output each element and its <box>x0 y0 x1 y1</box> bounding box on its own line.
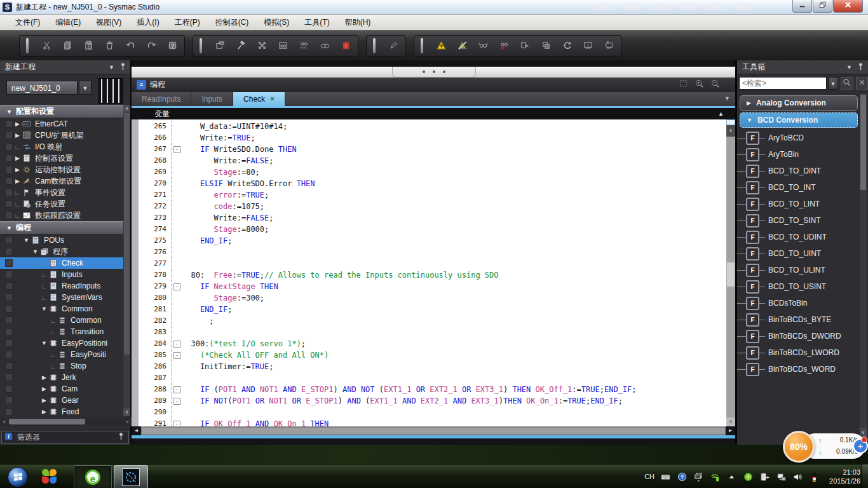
tree-item-Transition[interactable]: ∟Transition <box>0 326 130 337</box>
redo-icon[interactable] <box>146 40 157 51</box>
shield-360-icon[interactable] <box>743 471 754 482</box>
run-icon[interactable] <box>519 40 531 51</box>
toolbox-function-BCD_TO_DINT[interactable]: FBCD_TO_DINT <box>737 163 860 179</box>
cut-icon[interactable] <box>41 40 52 51</box>
taskbar-app-browser[interactable]: e <box>74 465 112 488</box>
fold-marker-icon[interactable]: - <box>172 338 182 349</box>
help-icon[interactable]: ? <box>166 40 178 51</box>
tree-item-Feed[interactable]: ▶Feed <box>0 406 130 417</box>
code-line-273[interactable]: 273 Write:=FALSE; <box>139 212 726 224</box>
code-line-290[interactable]: 290 <box>139 407 726 418</box>
tree-horizontal-scrollbar[interactable]: < > <box>0 417 132 426</box>
tab-check[interactable]: Check× <box>233 92 285 106</box>
toolbox-function-BCDsToBin[interactable]: FBCDsToBin <box>737 295 860 311</box>
clear-search-button[interactable] <box>856 77 868 90</box>
net-speed-widget[interactable]: ↑ 0.1K/s ↓ 0.09K/s 80% + <box>783 430 868 465</box>
code-line-270[interactable]: 270 ELSIF WriteSDO.Error THEN <box>139 178 726 189</box>
transfer-from-icon[interactable] <box>603 40 614 51</box>
code-line-266[interactable]: 266 Write:=TRUE; <box>139 132 726 144</box>
code-line-265[interactable]: 265 W_data:=UINT#10#14; <box>139 121 726 132</box>
stop-monitor-icon[interactable] <box>498 40 510 51</box>
scroll-thumb[interactable] <box>860 95 866 190</box>
tree-item-Common[interactable]: ∟Common <box>0 315 130 326</box>
toolbox-function-BCD_TO_USINT[interactable]: FBCD_TO_USINT <box>737 278 860 295</box>
tree-item-EasyPositi[interactable]: ∟EasyPositi <box>0 349 130 360</box>
volume-icon[interactable] <box>792 471 803 482</box>
scroll-thumb[interactable] <box>727 262 735 287</box>
toolbox-function-BCD_TO_ULINT[interactable]: FBCD_TO_ULINT <box>737 262 860 278</box>
expander-icon[interactable]: ▼ <box>39 340 49 346</box>
menu-item-2[interactable]: 编辑(E) <box>49 15 87 30</box>
expander-icon[interactable]: ▶ <box>39 386 49 392</box>
expander-icon[interactable]: ▶ <box>39 397 49 403</box>
toolbox-function-BCD_TO_SINT[interactable]: FBCD_TO_SINT <box>737 212 860 229</box>
search-dropdown-icon[interactable]: ▼ <box>828 77 838 90</box>
tree-item-Cam[interactable]: ▶Cam <box>0 383 130 395</box>
tree-item-EtherCAT[interactable]: ▶EtherCAT <box>0 118 130 130</box>
code-line-269[interactable]: 269 Stage:=80; <box>139 166 726 178</box>
scroll-right-icon[interactable]: > <box>123 419 132 425</box>
menu-item-5[interactable]: 工程(P) <box>168 15 207 30</box>
show-desktop-button[interactable] <box>862 464 868 488</box>
restore-button[interactable] <box>813 0 832 13</box>
scroll-left-icon[interactable]: < <box>0 419 9 425</box>
menu-item-3[interactable]: 视图(V) <box>90 15 128 30</box>
tree-item------[interactable]: ▶控制器设置 <box>0 152 130 164</box>
pin-icon[interactable] <box>118 62 128 73</box>
error-list-icon[interactable]: ! <box>340 40 351 51</box>
tab-readinputs[interactable]: ReadInputs <box>132 92 191 106</box>
wifi-icon[interactable] <box>710 471 721 482</box>
expander-icon[interactable]: ▼ <box>39 306 49 312</box>
monitor-icon[interactable] <box>477 40 489 51</box>
window-popup-icon[interactable] <box>693 471 704 482</box>
clipboard-plug-icon[interactable] <box>759 471 770 482</box>
close-tab-icon[interactable]: × <box>270 95 275 104</box>
taskbar-clock[interactable]: 21:032015/1/26 <box>829 468 860 485</box>
filter-bar[interactable]: i 筛选器 <box>1 431 129 444</box>
menu-item-7[interactable]: 模拟(S) <box>257 15 295 30</box>
delete-icon[interactable] <box>104 40 115 51</box>
fold-marker-icon[interactable]: - <box>172 395 182 407</box>
menu-item-9[interactable]: 帮助(H) <box>339 15 377 30</box>
scroll-thumb[interactable] <box>141 427 726 435</box>
code-line-285[interactable]: 285- (*Check All OFF and All ON*) <box>139 349 726 361</box>
go-online-icon[interactable] <box>435 40 447 51</box>
tree-item-Check[interactable]: ∟Check <box>0 257 130 269</box>
tree-item-EasyPositioni[interactable]: ▼EasyPositioni <box>0 337 130 349</box>
toolbox-function-BCD_TO_INT[interactable]: FBCD_TO_INT <box>737 179 860 196</box>
code-line-281[interactable]: 281 END_IF; <box>139 304 726 315</box>
code-line-275[interactable]: 275 END_IF; <box>139 235 726 247</box>
build-icon[interactable] <box>235 40 247 51</box>
go-offline-icon[interactable] <box>456 40 468 51</box>
tree-item---[interactable]: ▼程序 <box>0 246 130 257</box>
expander-icon[interactable]: ▶ <box>13 121 22 127</box>
expander-icon[interactable]: ▼ <box>31 248 40 255</box>
code-line-287[interactable]: 287 <box>139 372 726 384</box>
undo-icon[interactable] <box>125 40 136 51</box>
scroll-right-icon[interactable]: ► <box>726 426 735 435</box>
toolbox-scrollbar[interactable]: ∨ <box>860 93 867 437</box>
expander-icon[interactable]: ▼ <box>22 237 31 243</box>
scroll-left-icon[interactable]: ◄ <box>132 426 141 435</box>
expander-icon[interactable]: ▶ <box>13 132 22 139</box>
menu-item-1[interactable]: 文件(F) <box>9 15 46 30</box>
menu-item-8[interactable]: 工具(T) <box>298 15 336 30</box>
tree-item-Jerk[interactable]: ▶Jerk <box>0 372 130 383</box>
project-icon[interactable] <box>214 40 226 51</box>
expander-icon[interactable]: ▶ <box>13 178 22 184</box>
code-line-267[interactable]: 267- IF WriteSDO.Done THEN <box>139 144 726 155</box>
scroll-thumb[interactable] <box>124 113 130 355</box>
check-all-icon[interactable] <box>277 40 288 51</box>
expander-icon[interactable]: ▶ <box>39 409 49 415</box>
code-line-272[interactable]: 272 code:=1075; <box>139 201 726 212</box>
toolbox-group-analog-conversion[interactable]: ▶Analog Conversion <box>740 95 858 111</box>
paste-icon[interactable] <box>83 40 94 51</box>
expander-icon[interactable]: ▶ <box>13 155 22 161</box>
tree-item-Inputs[interactable]: ∟Inputs <box>0 269 130 280</box>
start-button[interactable] <box>8 467 28 487</box>
code-line-286[interactable]: 286 InitTimer:=TRUE; <box>139 361 726 372</box>
scroll-down-icon[interactable]: ∨ <box>123 409 130 416</box>
taskbar-app-sysmac[interactable] <box>114 465 148 488</box>
code-line-284[interactable]: 284- 300:(*test I/O servo 1*); <box>139 338 726 349</box>
fold-marker-icon[interactable]: - <box>172 349 182 361</box>
